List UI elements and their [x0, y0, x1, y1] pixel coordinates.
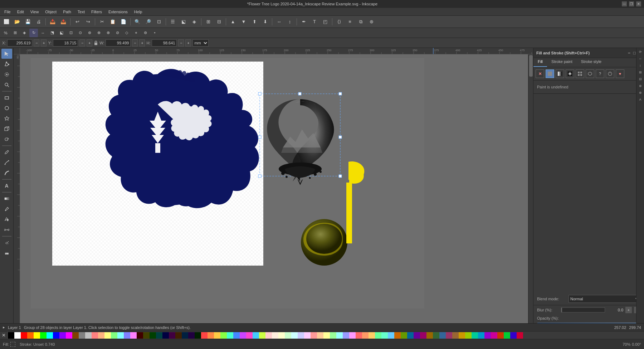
- color-swatch[interactable]: [104, 332, 111, 339]
- group-button[interactable]: ⊞: [203, 17, 213, 27]
- panel-expand-btn[interactable]: □: [633, 50, 636, 55]
- h-input[interactable]: [152, 39, 177, 47]
- color-swatch[interactable]: [92, 332, 98, 339]
- eraser-tool-btn[interactable]: [1, 248, 12, 258]
- blur-slider[interactable]: [561, 307, 605, 312]
- flip-h-button[interactable]: ↔: [274, 17, 284, 27]
- color-swatch[interactable]: [401, 332, 407, 339]
- color-swatch[interactable]: [8, 332, 14, 339]
- color-swatch[interactable]: [143, 332, 150, 339]
- h-minus-btn[interactable]: −: [178, 39, 184, 47]
- color-swatch[interactable]: [304, 332, 311, 339]
- zoom-in-button[interactable]: 🔍: [132, 17, 142, 27]
- color-swatch[interactable]: [27, 332, 34, 339]
- v-scrollbar-thumb[interactable]: [529, 55, 533, 77]
- snap-option1[interactable]: ⊡: [67, 29, 75, 37]
- color-swatch[interactable]: [491, 332, 497, 339]
- y-input[interactable]: [53, 39, 78, 47]
- menu-view[interactable]: View: [28, 9, 42, 15]
- fill-stroke-button[interactable]: ◰: [320, 17, 330, 27]
- menu-file[interactable]: File: [1, 9, 14, 15]
- color-swatch[interactable]: [472, 332, 478, 339]
- paint-unset-btn[interactable]: [606, 69, 614, 78]
- align-button[interactable]: ☰: [168, 17, 178, 27]
- import-button[interactable]: 📥: [48, 17, 58, 27]
- paint-bucket-btn[interactable]: [1, 214, 12, 224]
- color-swatch[interactable]: [265, 332, 272, 339]
- color-swatch[interactable]: [452, 332, 459, 339]
- snap-flip-v-btn[interactable]: ⬕: [57, 29, 66, 37]
- color-swatch[interactable]: [517, 332, 523, 339]
- objects-button[interactable]: ⧉: [356, 17, 366, 27]
- tab-stroke-style[interactable]: Stroke style: [577, 58, 606, 67]
- paint-pattern-btn[interactable]: [576, 69, 584, 78]
- raise-button[interactable]: ▲: [228, 17, 238, 27]
- paste-button[interactable]: 📄: [118, 17, 128, 27]
- undo-button[interactable]: ↩: [72, 17, 82, 27]
- transform-button[interactable]: ⬕: [179, 17, 189, 27]
- menu-object[interactable]: Object: [42, 9, 59, 15]
- color-swatch[interactable]: [323, 332, 330, 339]
- color-swatch[interactable]: [426, 332, 433, 339]
- color-swatch[interactable]: [227, 332, 233, 339]
- connector-tool-btn[interactable]: [1, 225, 12, 235]
- close-button[interactable]: ✕: [636, 1, 641, 6]
- restore-button[interactable]: ❐: [629, 1, 634, 6]
- save-button[interactable]: 💾: [23, 17, 33, 27]
- paint-flat-btn[interactable]: [546, 69, 554, 78]
- color-swatch[interactable]: [124, 332, 130, 339]
- panel-minimize-btn[interactable]: −: [628, 50, 630, 55]
- snap-option9[interactable]: ⊚: [141, 29, 150, 37]
- color-swatch[interactable]: [420, 332, 426, 339]
- snap-scale-btn[interactable]: ↔: [39, 29, 47, 37]
- redo-button[interactable]: ↪: [83, 17, 93, 27]
- r-icon-5[interactable]: ⊟: [637, 76, 644, 82]
- color-swatch[interactable]: [414, 332, 420, 339]
- blur-plus-btn[interactable]: +: [625, 307, 632, 313]
- flip-v-button[interactable]: ↕: [285, 17, 295, 27]
- color-swatch[interactable]: [137, 332, 143, 339]
- w-input[interactable]: [106, 39, 131, 47]
- copy-button[interactable]: 📋: [108, 17, 118, 27]
- color-swatch[interactable]: [465, 332, 472, 339]
- color-swatch[interactable]: [233, 332, 240, 339]
- color-swatch[interactable]: [150, 332, 156, 339]
- color-swatch[interactable]: [34, 332, 40, 339]
- blend-select[interactable]: Normal Multiply Screen Overlay Darken Li…: [569, 295, 640, 303]
- raise-top-button[interactable]: ⬆: [249, 17, 259, 27]
- color-swatch[interactable]: [130, 332, 137, 339]
- color-swatch[interactable]: [311, 332, 317, 339]
- color-swatch[interactable]: [330, 332, 336, 339]
- color-swatch[interactable]: [162, 332, 169, 339]
- color-swatch[interactable]: [40, 332, 47, 339]
- tweak-tool-btn[interactable]: [1, 69, 12, 79]
- h-plus-btn[interactable]: +: [185, 39, 191, 47]
- snap-option10[interactable]: ∘: [150, 29, 159, 37]
- snap-option3[interactable]: ⊛: [85, 29, 94, 37]
- color-swatch[interactable]: [381, 332, 388, 339]
- color-swatch[interactable]: [220, 332, 227, 339]
- color-swatch[interactable]: [407, 332, 414, 339]
- color-swatch[interactable]: [510, 332, 517, 339]
- color-swatch[interactable]: [253, 332, 259, 339]
- snap-flip-h-btn[interactable]: ⬔: [48, 29, 57, 37]
- zoom-fit-button[interactable]: ⊡: [154, 17, 164, 27]
- layer-triangle[interactable]: ▸: [3, 325, 5, 330]
- x-plus-btn[interactable]: +: [41, 39, 47, 47]
- snap-bbox-btn[interactable]: ⊞: [11, 29, 19, 37]
- lower-bottom-button[interactable]: ⬇: [260, 17, 270, 27]
- text-tool-button[interactable]: T: [309, 17, 319, 27]
- pencil-tool-btn[interactable]: [1, 147, 12, 157]
- color-swatch[interactable]: [246, 332, 253, 339]
- color-swatch[interactable]: [439, 332, 446, 339]
- menu-edit[interactable]: Edit: [14, 9, 27, 15]
- color-swatch[interactable]: [79, 332, 85, 339]
- snap-option8[interactable]: ⋄: [132, 29, 140, 37]
- paint-inherit-btn[interactable]: ♥: [616, 69, 624, 78]
- color-swatch[interactable]: [111, 332, 117, 339]
- x-input[interactable]: [7, 39, 32, 47]
- color-swatch[interactable]: [285, 332, 291, 339]
- color-swatch[interactable]: [169, 332, 175, 339]
- color-swatch[interactable]: [278, 332, 285, 339]
- lower-button[interactable]: ▼: [239, 17, 249, 27]
